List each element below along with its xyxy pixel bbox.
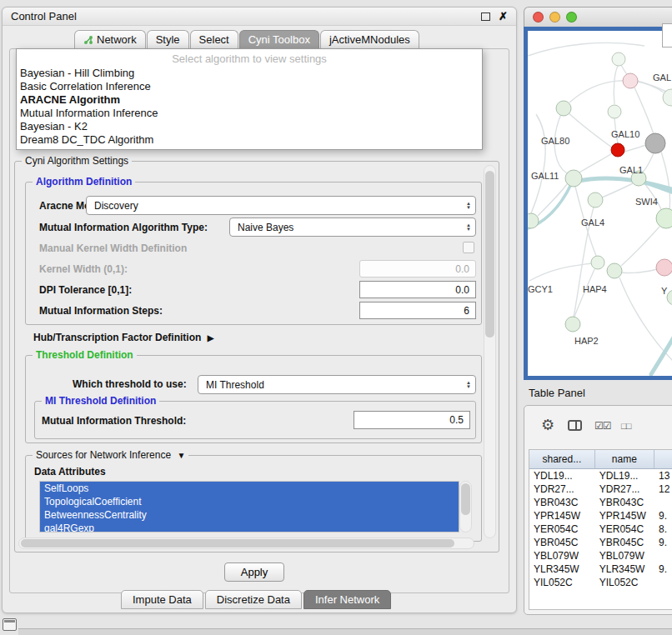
column-header-3[interactable] xyxy=(654,450,672,468)
network-edge[interactable] xyxy=(624,145,646,152)
network-node[interactable] xyxy=(607,263,622,278)
network-edge[interactable] xyxy=(622,269,657,273)
attribute-list-item[interactable]: SelfLoops xyxy=(40,482,459,495)
network-edge[interactable] xyxy=(564,108,612,148)
algorithm-option[interactable]: Bayesian - Hill Climbing xyxy=(17,67,482,80)
attribute-list-item[interactable]: BetweennessCentrality xyxy=(40,508,459,522)
network-node[interactable] xyxy=(565,317,580,332)
control-panel-window: Control Panel ✗ Network Style Select Cyn… xyxy=(2,7,517,613)
settings-horizontal-scrollbar[interactable] xyxy=(18,538,474,549)
data-attributes-list[interactable]: SelfLoopsTopologicalCoefficientBetweenne… xyxy=(39,481,459,532)
tab-infer-network[interactable]: Infer Network xyxy=(303,590,391,609)
network-node[interactable] xyxy=(588,192,603,208)
panel-toggle-icon[interactable] xyxy=(3,618,17,631)
table-row[interactable]: YPR145WYPR145W9. xyxy=(529,509,672,522)
network-node[interactable] xyxy=(623,73,638,88)
network-node[interactable] xyxy=(565,170,582,187)
tab-cyni-toolbox[interactable]: Cyni Toolbox xyxy=(239,30,319,48)
tab-discretize-data[interactable]: Discretize Data xyxy=(205,590,302,609)
table-row[interactable]: YDR27...YDR27...12 xyxy=(529,482,672,496)
tab-style[interactable]: Style xyxy=(147,30,189,48)
close-window-icon[interactable]: ✗ xyxy=(499,11,508,22)
algorithm-option[interactable]: ARACNE Algorithm xyxy=(17,93,482,107)
table-row[interactable]: YLR345WYLR345W9. xyxy=(529,562,672,576)
network-node[interactable] xyxy=(611,143,624,157)
which-threshold-select[interactable]: MI Threshold ▲▼ xyxy=(198,375,476,394)
network-node[interactable] xyxy=(556,101,571,116)
column-header-shared[interactable]: shared... xyxy=(529,450,595,468)
algorithm-option[interactable]: Bayesian - K2 xyxy=(17,120,482,133)
network-edge[interactable] xyxy=(569,81,664,102)
tab-network[interactable]: Network xyxy=(74,30,146,48)
network-node[interactable] xyxy=(667,290,672,305)
network-canvas[interactable]: GAL80GAL10GAL11GAL1SWI4GAL4GCY1HAP4HAP2G… xyxy=(528,31,672,376)
table-row[interactable]: YER054CYER054C8. xyxy=(529,522,672,536)
network-node[interactable] xyxy=(656,259,672,276)
network-edge[interactable] xyxy=(661,152,670,209)
minimize-traffic-light[interactable] xyxy=(549,12,560,22)
network-edge[interactable] xyxy=(614,66,618,104)
node-label: GAL80 xyxy=(541,136,569,146)
table-row[interactable]: YBR043CYBR043C xyxy=(529,496,672,509)
network-graph[interactable]: GAL80GAL10GAL11GAL1SWI4GAL4GCY1HAP4HAP2G… xyxy=(528,31,672,376)
columns-icon[interactable] xyxy=(568,420,582,431)
float-window-icon[interactable] xyxy=(481,12,490,21)
network-node[interactable] xyxy=(656,208,672,228)
settings-vertical-scrollbar[interactable] xyxy=(484,165,496,538)
gear-icon[interactable]: ⚙ xyxy=(541,416,554,434)
network-edge[interactable] xyxy=(621,65,628,75)
close-traffic-light[interactable] xyxy=(533,12,544,22)
zoom-traffic-light[interactable] xyxy=(566,12,577,22)
algorithm-option[interactable]: Mutual Information Inference xyxy=(17,107,482,120)
network-scrollbar[interactable] xyxy=(662,23,672,48)
mi-threshold-label: Mutual Information Threshold: xyxy=(42,415,186,427)
column-header-name[interactable]: name xyxy=(595,450,654,468)
algorithm-option[interactable]: Basic Correlation Inference xyxy=(17,80,482,93)
network-edge[interactable] xyxy=(531,114,545,213)
table-row[interactable]: YIL052CYIL052C xyxy=(529,576,672,589)
tab-label: Style xyxy=(156,33,180,46)
table-row[interactable]: YBL079WYBL079W xyxy=(529,549,672,562)
node-label: HAP2 xyxy=(574,336,599,346)
tab-select[interactable]: Select xyxy=(190,30,238,48)
table-cell: YBL079W xyxy=(595,550,654,562)
tab-jactivemnodules[interactable]: jActiveMNodules xyxy=(320,30,419,48)
hub-tf-definition-toggle[interactable]: Hub/Transcription Factor Definition ▶ xyxy=(33,332,213,343)
table-row[interactable]: YBR045CYBR045C9. xyxy=(529,536,672,549)
table-body: YDL19...YDL19...13YDR27...YDR27...12YBR0… xyxy=(529,469,672,589)
mi-threshold-definition-title: MI Threshold Definition xyxy=(42,395,159,407)
attribute-list-item[interactable]: gal4RGexp xyxy=(40,522,459,532)
mi-algorithm-type-select[interactable]: Naive Bayes ▲▼ xyxy=(229,218,476,237)
table-row[interactable]: YDL19...YDL19...13 xyxy=(529,469,672,482)
network-node[interactable] xyxy=(528,213,539,228)
attribute-list-item[interactable]: TopologicalCoefficient xyxy=(40,495,459,508)
apply-button[interactable]: Apply xyxy=(224,562,284,582)
network-node[interactable] xyxy=(663,89,672,106)
network-edge-highlighted[interactable] xyxy=(651,336,672,374)
mi-steps-field[interactable]: 6 xyxy=(359,302,476,319)
manual-kernel-checkbox[interactable] xyxy=(463,242,474,253)
kernel-width-field[interactable]: 0.0 xyxy=(359,260,476,278)
mi-threshold-field[interactable]: 0.5 xyxy=(354,411,470,429)
table-cell: YDR27... xyxy=(529,483,595,495)
network-edge[interactable] xyxy=(602,183,633,198)
select-all-icon[interactable]: ☑☑ xyxy=(594,420,611,432)
algorithm-option[interactable]: Dream8 DC_TDC Algorithm xyxy=(17,133,482,147)
network-node[interactable] xyxy=(608,105,621,118)
combo-arrows-icon: ▲▼ xyxy=(466,223,471,232)
network-edge[interactable] xyxy=(642,153,654,172)
aracne-mode-select[interactable]: Discovery ▲▼ xyxy=(86,196,476,215)
collapse-down-icon[interactable]: ▼ xyxy=(177,451,185,460)
dpi-tolerance-field[interactable]: 0.0 xyxy=(359,281,476,298)
network-edge[interactable] xyxy=(621,227,659,266)
attributes-list-scrollbar[interactable] xyxy=(459,481,472,532)
network-edge[interactable] xyxy=(579,153,612,172)
network-edge[interactable] xyxy=(634,88,654,134)
network-node[interactable] xyxy=(591,256,604,269)
network-node[interactable] xyxy=(645,133,665,153)
network-edge[interactable] xyxy=(528,42,644,56)
tab-impute-data[interactable]: Impute Data xyxy=(121,590,203,609)
deselect-all-icon[interactable]: □□ xyxy=(621,421,630,431)
network-node[interactable] xyxy=(612,52,625,66)
table-cell: 13 xyxy=(654,470,672,482)
